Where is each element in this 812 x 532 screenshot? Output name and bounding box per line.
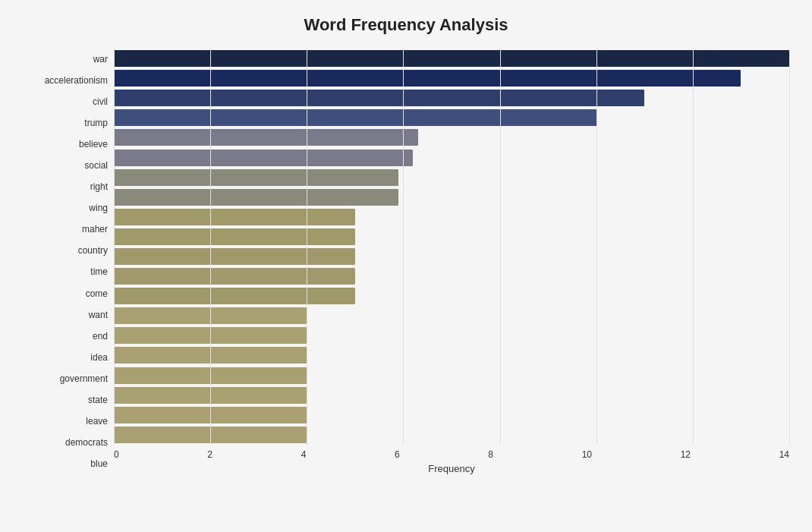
y-label: blue xyxy=(90,459,108,468)
bar xyxy=(114,248,355,265)
bar-row xyxy=(114,68,789,88)
x-tick: 8 xyxy=(488,449,493,460)
bar xyxy=(114,268,355,285)
x-tick: 4 xyxy=(301,449,307,460)
bar-row xyxy=(114,306,789,326)
bar-row xyxy=(114,286,789,306)
bar xyxy=(114,209,355,225)
y-label: end xyxy=(93,332,108,341)
bar-row xyxy=(114,49,789,68)
bar xyxy=(114,70,741,87)
bar-row xyxy=(114,345,789,365)
bar xyxy=(114,307,307,324)
bar-row xyxy=(114,266,789,286)
bar xyxy=(114,189,398,206)
bar-row xyxy=(114,207,789,227)
grid-line xyxy=(789,49,790,445)
bar xyxy=(114,50,789,67)
x-tick: 10 xyxy=(582,449,592,460)
y-label: want xyxy=(89,310,108,320)
bar xyxy=(114,150,413,166)
bars-wrapper xyxy=(114,49,789,445)
x-tick: 14 xyxy=(779,449,789,460)
bar-row xyxy=(114,148,789,168)
bar-row xyxy=(114,168,789,187)
bar xyxy=(114,129,418,146)
bar xyxy=(114,407,307,423)
bar-row xyxy=(114,366,789,386)
bar-row xyxy=(114,227,789,247)
bar-row xyxy=(114,326,789,345)
y-label: accelerationism xyxy=(45,76,108,85)
y-label: maher xyxy=(82,225,108,234)
chart-title: Word Frequency Analysis xyxy=(23,15,789,35)
bar xyxy=(114,90,644,106)
y-label: social xyxy=(84,161,108,170)
bar-row xyxy=(114,108,789,127)
y-label: government xyxy=(60,374,108,383)
y-label: civil xyxy=(93,97,108,106)
bar xyxy=(114,367,307,384)
plot-area: 02468101214 Frequency xyxy=(114,49,789,474)
bar-row xyxy=(114,247,789,266)
bar xyxy=(114,228,355,245)
y-axis-labels: waraccelerationismciviltrumpbelievesocia… xyxy=(23,49,114,474)
y-label: right xyxy=(90,182,108,191)
bar-row xyxy=(114,127,789,147)
y-label: war xyxy=(93,55,108,64)
y-label: idea xyxy=(90,353,108,362)
bar-row xyxy=(114,405,789,425)
bar xyxy=(114,288,355,304)
x-tick: 6 xyxy=(395,449,400,460)
x-axis-label: Frequency xyxy=(114,463,789,474)
bar-row xyxy=(114,88,789,108)
x-axis: 02468101214 xyxy=(114,445,789,460)
bar-row xyxy=(114,425,789,445)
y-label: come xyxy=(86,289,108,298)
x-tick: 12 xyxy=(681,449,691,460)
bar xyxy=(114,327,307,344)
bar xyxy=(114,347,307,364)
x-tick: 2 xyxy=(207,449,212,460)
y-label: believe xyxy=(79,140,108,149)
y-label: time xyxy=(90,267,108,276)
x-tick: 0 xyxy=(114,449,119,460)
bar xyxy=(114,169,398,186)
y-label: state xyxy=(88,395,108,405)
bar-row xyxy=(114,386,789,405)
y-label: leave xyxy=(86,417,108,426)
y-label: country xyxy=(78,246,108,255)
chart-container: Word Frequency Analysis waraccelerationi… xyxy=(0,0,812,532)
bar xyxy=(114,109,596,126)
y-label: wing xyxy=(89,203,108,212)
y-label: democrats xyxy=(65,438,108,447)
y-label: trump xyxy=(84,118,108,127)
bar-row xyxy=(114,187,789,207)
chart-area: waraccelerationismciviltrumpbelievesocia… xyxy=(23,49,789,474)
bar xyxy=(114,387,307,404)
bar xyxy=(114,427,307,443)
